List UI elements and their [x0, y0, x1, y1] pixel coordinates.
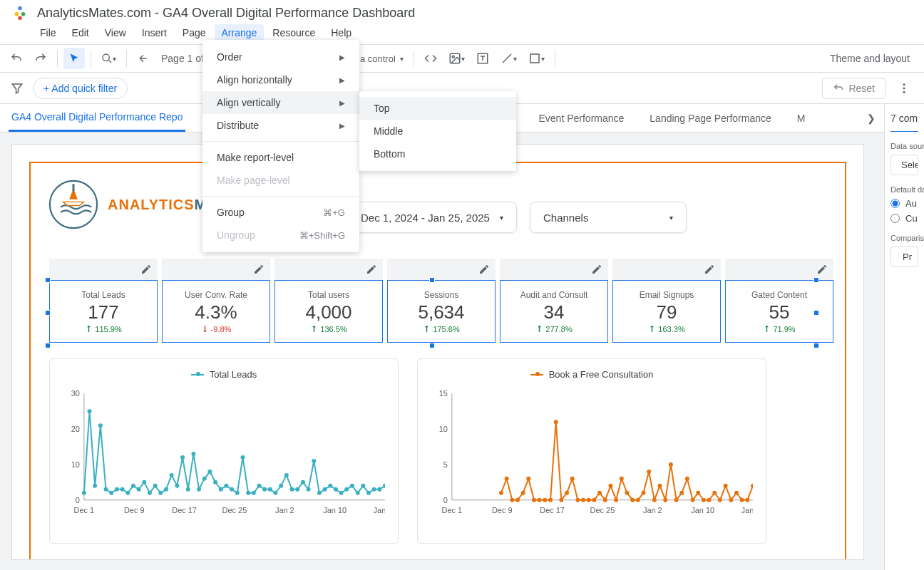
- pointer-tool[interactable]: [63, 48, 85, 69]
- scorecard[interactable]: Total Leads 177 🠕 115.9%: [49, 280, 158, 343]
- svg-point-60: [235, 491, 240, 495]
- arrange-menu[interactable]: Order▶Align horizontally▶Align verticall…: [202, 40, 359, 252]
- scorecard-edit[interactable]: [162, 259, 270, 280]
- scorecard-edit[interactable]: [387, 259, 496, 280]
- scorecard[interactable]: Email Signups 79 🠕 163.3%: [612, 280, 721, 343]
- funnel-icon: [9, 82, 26, 95]
- default-date-label: Default da: [890, 185, 918, 194]
- line-button[interactable]: ▾: [496, 48, 521, 69]
- tabs-scroll-right[interactable]: ❯: [863, 110, 880, 127]
- svg-point-47: [164, 487, 168, 492]
- add-quick-filter-button[interactable]: + Add quick filter: [33, 78, 128, 99]
- menu-view[interactable]: View: [98, 24, 133, 41]
- menu-item-order[interactable]: Order▶: [202, 46, 359, 68]
- svg-point-14: [903, 83, 905, 86]
- svg-point-73: [307, 487, 311, 492]
- submenu-item-top[interactable]: Top: [359, 97, 516, 120]
- comparison-button[interactable]: Pr: [890, 247, 918, 267]
- svg-rect-18: [73, 184, 75, 191]
- menu-arrange[interactable]: Arrange: [215, 24, 265, 41]
- svg-point-82: [356, 491, 360, 495]
- more-options-button[interactable]: [893, 77, 915, 100]
- page-indicator: Page 1 of: [157, 53, 208, 64]
- scorecard-edit[interactable]: [500, 259, 608, 280]
- submenu-item-bottom[interactable]: Bottom: [359, 142, 516, 165]
- svg-point-55: [207, 470, 212, 474]
- data-source-label: Data sourc: [890, 142, 918, 150]
- redo-button[interactable]: [30, 48, 51, 69]
- svg-point-109: [543, 498, 547, 502]
- svg-point-145: [740, 498, 744, 502]
- menu-edit[interactable]: Edit: [65, 24, 96, 41]
- theme-layout-button[interactable]: Theme and layout: [821, 48, 918, 69]
- scorecard-edit[interactable]: [274, 259, 383, 280]
- tab-item[interactable]: GA4 Overall Digital Performance Repo: [9, 104, 185, 132]
- scorecard[interactable]: Gated Content 55 🠕 71.9%: [725, 280, 833, 343]
- scorecard[interactable]: User Conv. Rate 4.3% 🠗 -9.8%: [162, 280, 270, 343]
- scorecard-edit[interactable]: [49, 259, 158, 280]
- svg-point-147: [751, 484, 753, 488]
- scorecard[interactable]: Audit and Consult 34 🠕 277.8%: [500, 280, 608, 343]
- align-vertically-submenu[interactable]: TopMiddleBottom: [359, 91, 516, 171]
- undo-button[interactable]: [6, 48, 27, 69]
- svg-point-142: [724, 484, 728, 488]
- shape-button[interactable]: ▾: [524, 48, 549, 69]
- custom-radio[interactable]: Cu: [890, 213, 918, 224]
- line-chart[interactable]: Total Leads 0102030Dec 1Dec 9Dec 17Dec 2…: [49, 358, 399, 544]
- scorecard[interactable]: Total users 4,000 🠕 136.5%: [274, 280, 383, 343]
- zoom-button[interactable]: ▾: [97, 48, 120, 69]
- date-range-control[interactable]: Dec 1, 2024 - Jan 25, 2025▾: [347, 202, 517, 233]
- submenu-item-middle[interactable]: Middle: [359, 120, 516, 142]
- auto-radio[interactable]: Au: [890, 198, 918, 209]
- svg-point-71: [295, 487, 299, 492]
- menu-page[interactable]: Page: [175, 24, 213, 41]
- svg-point-81: [350, 484, 354, 488]
- svg-point-113: [565, 491, 569, 495]
- page-prev-button[interactable]: [133, 48, 154, 69]
- svg-text:Dec 9: Dec 9: [492, 506, 513, 514]
- report-canvas[interactable]: ANALYTICSMATES Dec 1, 2024 - Jan 25, 202…: [0, 133, 884, 570]
- svg-point-112: [559, 498, 563, 502]
- chart-legend: Total Leads: [63, 369, 385, 380]
- menu-item-align-horizontally[interactable]: Align horizontally▶: [202, 68, 359, 91]
- reset-button[interactable]: Reset: [822, 78, 885, 99]
- svg-point-130: [657, 484, 662, 488]
- image-button[interactable]: ▾: [444, 48, 469, 69]
- menu-item-make-report-level[interactable]: Make report-level: [202, 146, 359, 169]
- tab-item[interactable]: Landing Page Performance: [647, 105, 774, 131]
- scorecard[interactable]: Sessions 5,634 🠕 175.6%: [387, 280, 496, 343]
- url-embed-button[interactable]: [420, 48, 441, 69]
- svg-point-53: [197, 487, 201, 492]
- svg-point-110: [548, 498, 553, 502]
- svg-point-52: [191, 452, 195, 456]
- svg-point-101: [499, 491, 503, 495]
- menu-item-align-vertically[interactable]: Align vertically▶: [202, 91, 359, 114]
- svg-point-116: [581, 498, 585, 502]
- svg-point-108: [538, 498, 542, 502]
- text-button[interactable]: [472, 48, 493, 69]
- svg-point-35: [98, 423, 103, 428]
- svg-point-135: [685, 477, 689, 481]
- svg-point-56: [213, 480, 217, 484]
- menu-item-distribute[interactable]: Distribute▶: [202, 114, 359, 137]
- svg-point-72: [301, 480, 305, 484]
- menu-help[interactable]: Help: [324, 24, 359, 41]
- svg-point-44: [148, 491, 152, 495]
- menu-file[interactable]: File: [33, 24, 63, 41]
- svg-point-68: [279, 484, 283, 488]
- channels-control[interactable]: Channels▾: [530, 202, 687, 233]
- scorecard-edit[interactable]: [612, 259, 721, 280]
- svg-text:Jan 18: Jan 18: [374, 506, 385, 514]
- svg-text:Dec 17: Dec 17: [540, 506, 565, 514]
- scorecard-edit[interactable]: [725, 259, 833, 280]
- tab-item[interactable]: M: [794, 105, 808, 131]
- svg-point-121: [608, 484, 612, 488]
- menu-resource[interactable]: Resource: [265, 24, 322, 41]
- svg-text:15: 15: [439, 389, 448, 398]
- line-chart[interactable]: Book a Free Consultation 051015Dec 1Dec …: [417, 358, 766, 544]
- menu-insert[interactable]: Insert: [135, 24, 174, 41]
- tab-item[interactable]: Event Performance: [535, 105, 627, 131]
- svg-point-64: [257, 484, 261, 488]
- data-source-select[interactable]: Sele: [890, 155, 918, 175]
- menu-item-group[interactable]: Group⌘+G: [202, 201, 359, 224]
